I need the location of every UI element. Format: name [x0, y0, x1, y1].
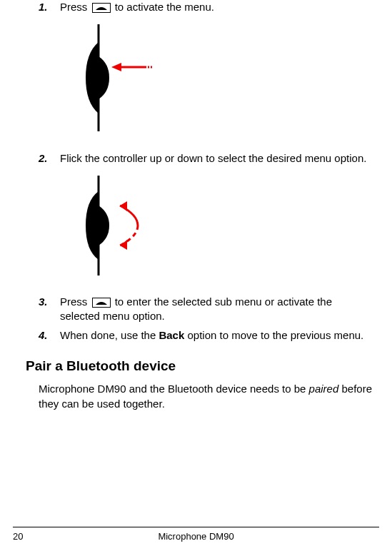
step-3: 3. Press to enter the selected sub menu …	[39, 295, 373, 324]
step-2: 2. Flick the controller up or down to se…	[39, 151, 373, 166]
svg-marker-6	[120, 201, 127, 211]
step-number: 1.	[39, 0, 60, 14]
step-1: 1. Press to activate the menu.	[39, 0, 373, 14]
page-number: 20	[13, 530, 41, 543]
step-text: Flick the controller up or down to selec…	[60, 151, 373, 166]
section-heading: Pair a Bluetooth device	[26, 357, 379, 375]
text-fragment: to activate the menu.	[115, 1, 214, 13]
section-paragraph: Microphone DM90 and the Bluetooth device…	[39, 382, 373, 411]
step-number: 2.	[39, 151, 60, 166]
text-fragment: option to move to the previous menu.	[187, 329, 363, 341]
text-fragment: Press	[60, 295, 91, 308]
text-fragment: Microphone DM90 and the Bluetooth device…	[39, 383, 309, 395]
controller-button-icon	[92, 298, 111, 308]
svg-marker-7	[120, 240, 127, 250]
content-area: 1. Press to activate the menu.	[13, 0, 379, 343]
illustration-flick-controller	[84, 176, 373, 279]
step-number: 3.	[39, 295, 60, 324]
controller-button-icon	[92, 3, 111, 13]
text-fragment: Press	[60, 1, 91, 13]
page-footer: 20 Microphone DM90	[13, 527, 379, 543]
manual-page: 1. Press to activate the menu.	[0, 0, 392, 556]
text-fragment: When done, use the	[60, 329, 159, 341]
illustration-press-controller	[84, 24, 373, 135]
step-text: When done, use the Back option to move t…	[60, 328, 373, 343]
svg-marker-4	[111, 63, 121, 71]
step-text: Press to activate the menu.	[60, 0, 373, 14]
footer-spacer	[351, 530, 379, 543]
step-number: 4.	[39, 328, 60, 343]
text-bold: Back	[159, 329, 184, 341]
step-text: Press to enter the selected sub menu or …	[60, 295, 373, 324]
footer-title: Microphone DM90	[41, 530, 351, 543]
step-4: 4. When done, use the Back option to mov…	[39, 328, 373, 343]
text-emphasis: paired	[309, 383, 339, 395]
